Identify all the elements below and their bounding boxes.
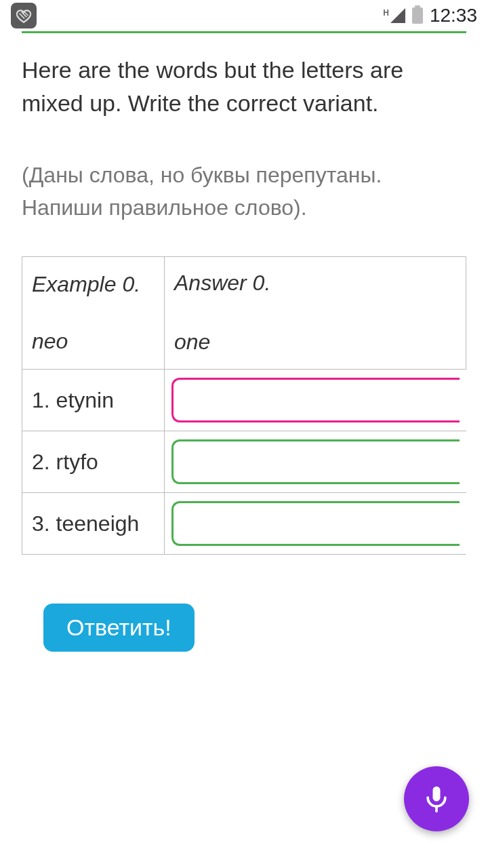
battery-icon [412,7,423,24]
answer-input-2[interactable] [171,439,460,484]
table-row: 3. teeneigh [22,493,466,555]
example-answer-value: one [174,330,210,354]
network-signal: H [383,8,405,23]
answer-input-1[interactable] [171,378,460,422]
item-label-3: 3. teeneigh [22,493,165,555]
table-row: 2. rtyfo [22,431,466,493]
instruction-russian: (Даны слова, но буквы перепутаны. Напиши… [22,159,466,224]
network-type-label: H [383,8,389,18]
instruction-english: Here are the words but the letters are m… [22,54,466,121]
example-label: Example 0. [32,269,155,300]
clock: 12:33 [430,5,477,26]
microphone-icon [422,784,451,814]
example-word: neo [32,329,68,353]
answer-input-3[interactable] [171,501,460,546]
exercise-table: Example 0. neo Answer 0. one 1. etynin 2… [22,256,466,555]
submit-button[interactable]: Ответить! [43,604,195,652]
table-row: 1. etynin [22,370,466,431]
voice-input-fab[interactable] [404,766,469,831]
table-row-example: Example 0. neo Answer 0. one [22,256,466,370]
signal-icon [390,8,405,23]
example-answer-label: Answer 0. [174,271,456,296]
item-label-1: 1. etynin [22,370,165,431]
item-label-2: 2. rtyfo [22,431,165,493]
status-bar: H 12:33 [0,0,488,31]
app-icon [11,3,37,28]
